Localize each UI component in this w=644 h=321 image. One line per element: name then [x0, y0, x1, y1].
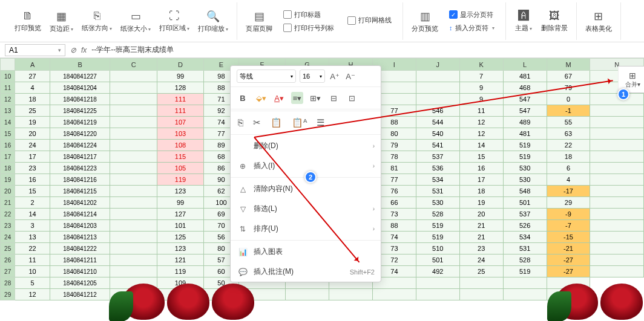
font-inc-icon[interactable]: A⁺	[329, 70, 341, 82]
cell[interactable]: 125	[157, 232, 203, 243]
cell[interactable]: -21	[547, 243, 590, 255]
print-zoom-btn[interactable]: 🔍打印缩放▾	[194, 8, 232, 34]
cell[interactable]: 22	[547, 140, 590, 151]
cell[interactable]: 111	[157, 94, 203, 105]
row-header[interactable]: 13	[1, 105, 15, 117]
cell[interactable]	[110, 186, 157, 197]
cell[interactable]: 19	[15, 117, 50, 128]
cell[interactable]: 1840841216	[50, 174, 110, 186]
cell[interactable]: 1840841218	[50, 94, 110, 105]
cell[interactable]	[590, 117, 644, 128]
cell[interactable]: 526	[503, 220, 547, 232]
cell[interactable]: 24	[459, 255, 503, 266]
cell[interactable]: 531	[503, 243, 547, 255]
cell[interactable]	[459, 277, 503, 289]
cell[interactable]: 22	[15, 243, 50, 255]
cell[interactable]	[110, 71, 157, 82]
remove-bg-btn[interactable]: 🖼删除背景	[537, 8, 571, 34]
cell[interactable]	[590, 151, 644, 163]
cell[interactable]: 481	[503, 128, 547, 140]
cell[interactable]	[590, 128, 644, 140]
cell[interactable]: 63	[547, 128, 590, 140]
cell[interactable]: 128	[157, 82, 203, 94]
row-header[interactable]: 25	[1, 243, 15, 255]
theme-btn[interactable]: 🅰主题▾	[511, 8, 536, 34]
row-header[interactable]: 28	[1, 277, 15, 289]
cell[interactable]: 9	[459, 82, 503, 94]
cell[interactable]: 16	[15, 174, 50, 186]
cell[interactable]	[459, 289, 503, 300]
print-grid-chk[interactable]: 打印网格线	[345, 15, 394, 26]
font-dec-icon[interactable]: A⁻	[344, 70, 356, 82]
col-header[interactable]: K	[459, 59, 503, 71]
cell[interactable]: 99	[157, 197, 203, 209]
font-color-icon[interactable]: A▾	[273, 92, 285, 104]
cell[interactable]: 14	[459, 140, 503, 151]
cell[interactable]: 17	[15, 151, 50, 163]
cell[interactable]: 489	[503, 117, 547, 128]
cell[interactable]: 4	[15, 82, 50, 94]
cell[interactable]: 23	[15, 163, 50, 174]
cell[interactable]	[110, 140, 157, 151]
cell[interactable]	[590, 197, 644, 209]
cell[interactable]	[416, 277, 459, 289]
cell[interactable]	[110, 105, 157, 117]
copy-icon[interactable]: ⎘	[238, 117, 243, 128]
row-header[interactable]: 20	[1, 186, 15, 197]
cell[interactable]: 530	[503, 174, 547, 186]
cell[interactable]	[110, 128, 157, 140]
cell[interactable]	[110, 151, 157, 163]
cell[interactable]: 1840841204	[50, 82, 110, 94]
menu-delete[interactable]: 删除(D)›	[231, 136, 381, 156]
cancel-icon[interactable]: ⊘	[70, 46, 76, 54]
cell[interactable]	[416, 94, 459, 105]
cell[interactable]: 530	[416, 197, 459, 209]
bold-icon[interactable]: B	[237, 92, 249, 104]
formula-input[interactable]: --学年--班高三期末成绩单	[91, 45, 639, 55]
cell[interactable]: 1840841220	[50, 128, 110, 140]
cell[interactable]: 2	[15, 197, 50, 209]
cell[interactable]: 19	[459, 197, 503, 209]
cell[interactable]: 1840841202	[50, 197, 110, 209]
cell[interactable]: 1840841205	[50, 277, 110, 289]
cell[interactable]: 537	[503, 209, 547, 220]
cell[interactable]: 519	[503, 266, 547, 277]
row-header[interactable]: 23	[1, 220, 15, 232]
cell[interactable]: 528	[503, 255, 547, 266]
cell[interactable]: 12	[15, 289, 50, 300]
cell[interactable]: 1840841224	[50, 140, 110, 151]
cell[interactable]: 123	[157, 243, 203, 255]
row-header[interactable]: 11	[1, 82, 15, 94]
cell[interactable]: 519	[416, 232, 459, 243]
cell[interactable]: 531	[416, 186, 459, 197]
row-header[interactable]: 15	[1, 128, 15, 140]
cell[interactable]: 23	[459, 243, 503, 255]
cell[interactable]	[110, 266, 157, 277]
row-header[interactable]: 10	[1, 71, 15, 82]
cell[interactable]	[590, 220, 644, 232]
cell[interactable]	[590, 140, 644, 151]
cell[interactable]: 1840841217	[50, 151, 110, 163]
cell[interactable]: 11	[15, 255, 50, 266]
cell[interactable]: 17	[459, 174, 503, 186]
cell[interactable]: 111	[157, 105, 203, 117]
cell[interactable]: 12	[459, 117, 503, 128]
row-header[interactable]: 16	[1, 140, 15, 151]
cell[interactable]: 481	[503, 71, 547, 82]
print-rowcol-chk[interactable]: 打印行号列标	[281, 22, 337, 34]
cell[interactable]: 99	[157, 71, 203, 82]
cell[interactable]	[286, 289, 329, 300]
cell[interactable]: 541	[416, 140, 459, 151]
cell[interactable]: 547	[503, 94, 547, 105]
paper-size-btn[interactable]: ▭纸张大小▾	[117, 8, 154, 34]
cell[interactable]: 4	[547, 174, 590, 186]
cell[interactable]: 25	[15, 105, 50, 117]
cell[interactable]: 528	[416, 209, 459, 220]
menu-clear[interactable]: △清除内容(N)	[231, 179, 381, 199]
cell[interactable]: 103	[157, 128, 203, 140]
cell[interactable]: -15	[547, 232, 590, 243]
cell[interactable]: 501	[416, 255, 459, 266]
cell[interactable]: 20	[15, 128, 50, 140]
name-box[interactable]: A1▾	[5, 44, 65, 56]
cell[interactable]	[110, 209, 157, 220]
